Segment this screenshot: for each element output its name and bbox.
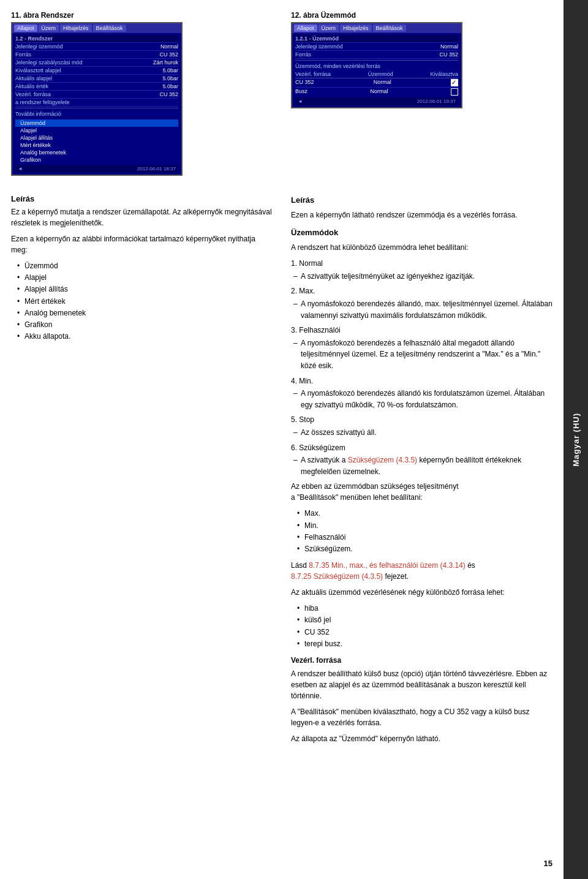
screen-tab2-hiba: Hibajelzés: [340, 25, 372, 32]
b-max: Max.: [297, 508, 552, 519]
screen-row-4: Kiválasztott alapjel 5.0bar: [15, 67, 178, 75]
dash-1-1: A szivattyúk teljesítményüket az igények…: [291, 271, 552, 282]
allapot-text: Az állapota az "Üzemmód" képernyőn látha…: [291, 733, 552, 744]
bullet-alapjel-allitas: Alapjel állítás: [17, 284, 273, 295]
screen2-row-2: Forrás CU 352: [295, 51, 458, 59]
link-min-max[interactable]: 8.7.35 Min., max., és felhasználói üzem …: [309, 561, 465, 570]
s-terepi-busz: terepi busz.: [297, 638, 552, 650]
screen-tab2-allapot: Állapot: [294, 25, 317, 32]
screen-tab-hiba: Hibajelzés: [60, 25, 92, 32]
sources-intro: Az aktuális üzemmód vezérlésének négy kü…: [291, 587, 552, 598]
sources-list: hiba külső jel CU 352 terepi busz.: [291, 603, 552, 650]
screen-body-left: 1.2 - Rendszer Jelenlegi üzemmód Normal …: [12, 33, 181, 175]
bullet-mert-ertekek: Mért értékek: [17, 296, 273, 307]
left-bullet-list: Üzemmód Alapjel Alapjel állítás Mért ért…: [11, 260, 273, 342]
link-szukseguzem2[interactable]: 8.7.25 Szükségüzem (4.3.5): [291, 572, 383, 581]
dash-6-1: A szivattyúk a Szükségüzem (4.3.5) képer…: [291, 455, 552, 477]
screen-mockup-left: Állapot Üzem Hibajelzés Beállítások 1.2 …: [11, 22, 183, 176]
screen-row-6: Aktuális érték 5.0bar: [15, 83, 178, 91]
table-row-cu352: CU 352 Normal: [295, 78, 458, 88]
screen-mockup-right: Állapot Üzem Hibajelzés Beállítások 1.2.…: [291, 22, 462, 108]
screen-row-supervisor2: a rendszer felügyelete: [15, 99, 178, 107]
menu-item-alapjel: Alapjel: [15, 127, 178, 134]
screen-header-left: 1.2 - Rendszer: [15, 35, 178, 43]
bullet-akku: Akku állapota.: [17, 331, 273, 342]
vezrl-title: Vezérl. forrása: [291, 655, 552, 666]
screen-row-1: Jelenlegi üzemmód Normal: [15, 43, 178, 51]
link-szukseguzem[interactable]: Szükségüzem (4.3.5): [348, 456, 417, 464]
bullet-uzemmód: Üzemmód: [17, 260, 273, 272]
uzemmodik-subtitle: A rendszert hat különböző üzemmódra lehe…: [291, 242, 552, 253]
left-description: Leírás Ez a képernyő mutatja a rendszer …: [11, 194, 273, 749]
screen-footer-right: ◄ 2012-06-01 19:37: [295, 97, 458, 105]
b-min: Min.: [297, 520, 552, 532]
screen-row-2: Forrás CU 352: [15, 51, 178, 59]
bullet-alapjel: Alapjel: [17, 272, 273, 284]
screen-top-bar-right: Állapot Üzem Hibajelzés Beállítások: [292, 23, 461, 33]
dash-2-1: A nyomásfokozó berendezés állandó, max. …: [291, 298, 552, 321]
checkbox-busz: [451, 88, 458, 96]
lasd-text: Lásd 8.7.35 Min., max., és felhasználói …: [291, 560, 552, 582]
screen-header-right: 1.2.1 - Üzemmód: [295, 35, 458, 43]
right-desc-text: Ezen a képernyőn látható rendszer üzemmó…: [291, 209, 552, 221]
num-item-5: 5. Stop Az összes szivattyú áll.: [291, 414, 552, 438]
bullet-grafikon: Grafikon: [17, 319, 273, 331]
beallitasok-menu-text: A "Beállítások" menüben kiválasztható, h…: [291, 706, 552, 728]
num-item-3: 3. Felhasználói A nyomásfokozó berendezé…: [291, 325, 552, 371]
screen-row-3: Jelenlegi szabályozási mód Zárt hurok: [15, 59, 178, 67]
left-desc-title: Leírás: [11, 194, 273, 203]
screen-row-5: Aktuális alapjel 5.0bar: [15, 75, 178, 83]
bullet-analog: Analóg bemenetek: [17, 307, 273, 319]
beallitasok-list: Max. Min. Felhasználói Szükségüzem.: [291, 508, 552, 555]
figure-11-label: 11. ábra Rendszer: [11, 11, 273, 20]
b-felhasznaloi: Felhasználói: [297, 532, 552, 543]
menu-item-alapjel-allitas: Alapjel állítás: [15, 134, 178, 141]
left-desc-text1: Ez a képernyő mutatja a rendszer üzemáll…: [11, 206, 273, 228]
screen-tab2-beall: Beállítások: [373, 25, 406, 32]
screen-tab2-uzem: Üzem: [318, 25, 339, 32]
screen-footer-left: ◄ 2012-06-01 18:37: [15, 165, 178, 173]
checkbox-cu352: [451, 79, 458, 86]
dash-5-1: Az összes szivattyú áll.: [291, 427, 552, 439]
num-item-1: 1. Normal A szivattyúk teljesítményüket …: [291, 258, 552, 282]
screen-tab-beall: Beállítások: [93, 25, 126, 32]
menu-item-mert-ertekek: Mért értékek: [15, 141, 178, 149]
table-row-busz: Busz Normal: [295, 88, 458, 96]
further-info: További információ: [15, 110, 178, 118]
menu-item-analog: Analóg bemenetek: [15, 149, 178, 156]
s-hiba: hiba: [297, 603, 552, 614]
page-number: 15: [544, 859, 552, 868]
screen-menu: Üzemmód Alapjel Alapjel állítás Mért ért…: [15, 119, 178, 164]
menu-item-grafikon: Grafikon: [15, 156, 178, 164]
screen-tab-allapot: Állapot: [14, 25, 37, 32]
num-item-4: 4. Min. A nyomásfokozó berendezés álland…: [291, 375, 552, 411]
menu-item-uzemmód: Üzemmód: [15, 119, 178, 127]
screen-tab-uzem: Üzem: [39, 25, 59, 32]
control-sources-title: Üzemmód, minden vezérlési forrás: [295, 62, 458, 70]
uzemmodik-title: Üzemmódok: [291, 227, 552, 239]
num-item-6: 6. Szükségüzem A szivattyúk a Szükségüze…: [291, 442, 552, 478]
right-desc-title: Leírás: [291, 194, 552, 206]
dash-4-1: A nyomásfokozó berendezés állandó kis fo…: [291, 388, 552, 410]
num-item-2: 2. Max. A nyomásfokozó berendezés álland…: [291, 285, 552, 321]
screen-header-text: 1.2 - Rendszer: [15, 36, 53, 42]
left-desc-text2: Ezen a képernyőn az alábbi információkat…: [11, 233, 273, 255]
sidebar-tab-label: Magyar (HU): [571, 413, 581, 467]
dash-3-1: A nyomásfokozó berendezés a felhasználó …: [291, 338, 552, 372]
screen2-row-1: Jelenlegi üzemmód Normal: [295, 43, 458, 51]
screen-body-right: 1.2.1 - Üzemmód Jelenlegi üzemmód Normal…: [292, 33, 461, 107]
sidebar-tab: Magyar (HU): [564, 0, 588, 879]
table-header-row: Vezérl. forrása Üzemmód Kiválasztva: [295, 70, 458, 78]
s-kulso-jel: külső jel: [297, 614, 552, 626]
right-description: Leírás Ezen a képernyőn látható rendszer…: [291, 194, 552, 749]
figure-12-label: 12. ábra Üzemmód: [291, 11, 552, 20]
vezrl-text: A rendszer beállítható külső busz (opció…: [291, 668, 552, 701]
screen-row-supervisor: Vezérl. forrása CU 352: [15, 91, 178, 99]
beallitasok-text: Az ebben az üzemmódban szükséges teljesí…: [291, 481, 552, 503]
s-cu352: CU 352: [297, 627, 552, 638]
b-szukseguzem: Szükségüzem.: [297, 543, 552, 555]
screen-top-bar-left: Állapot Üzem Hibajelzés Beállítások: [12, 23, 181, 33]
